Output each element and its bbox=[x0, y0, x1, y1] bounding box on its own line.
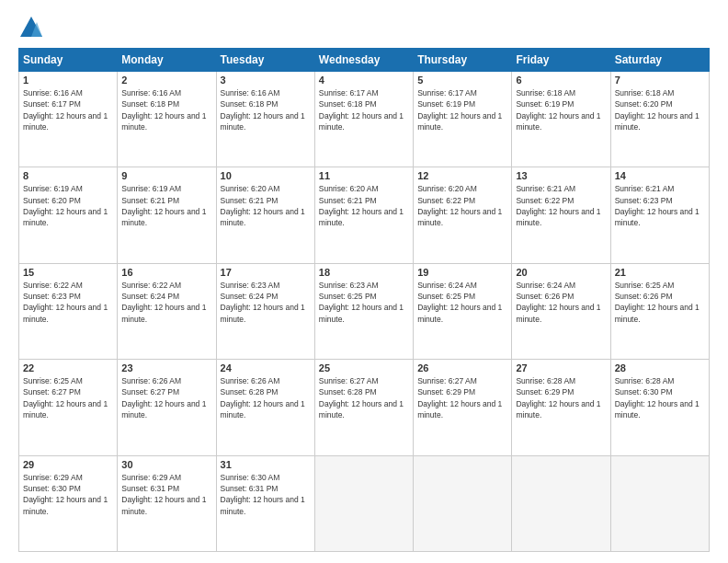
header bbox=[18, 15, 710, 40]
calendar-cell: 28 Sunrise: 6:28 AMSunset: 6:30 PMDaylig… bbox=[610, 360, 709, 455]
calendar-cell: 5 Sunrise: 6:17 AMSunset: 6:19 PMDayligh… bbox=[414, 72, 512, 167]
day-info: Sunrise: 6:16 AMSunset: 6:18 PMDaylight:… bbox=[221, 87, 311, 132]
calendar-cell: 23 Sunrise: 6:26 AMSunset: 6:27 PMDaylig… bbox=[118, 360, 216, 455]
day-number: 11 bbox=[319, 170, 409, 181]
day-info: Sunrise: 6:19 AMSunset: 6:21 PMDaylight:… bbox=[121, 183, 211, 228]
calendar-cell: 10 Sunrise: 6:20 AMSunset: 6:21 PMDaylig… bbox=[216, 167, 314, 263]
page: SundayMondayTuesdayWednesdayThursdayFrid… bbox=[0, 0, 728, 563]
day-of-week-header: Saturday bbox=[610, 49, 709, 72]
day-number: 1 bbox=[23, 75, 113, 86]
day-info: Sunrise: 6:18 AMSunset: 6:19 PMDaylight:… bbox=[516, 87, 606, 132]
calendar-cell bbox=[610, 455, 709, 551]
calendar-cell: 21 Sunrise: 6:25 AMSunset: 6:26 PMDaylig… bbox=[610, 263, 709, 359]
day-of-week-header: Friday bbox=[512, 49, 610, 72]
day-info: Sunrise: 6:20 AMSunset: 6:21 PMDaylight:… bbox=[319, 183, 409, 228]
calendar-cell: 3 Sunrise: 6:16 AMSunset: 6:18 PMDayligh… bbox=[216, 72, 314, 167]
day-number: 21 bbox=[615, 267, 705, 278]
day-number: 13 bbox=[516, 170, 606, 181]
day-number: 4 bbox=[319, 75, 409, 86]
calendar-cell: 15 Sunrise: 6:22 AMSunset: 6:23 PMDaylig… bbox=[19, 263, 118, 359]
day-info: Sunrise: 6:20 AMSunset: 6:22 PMDaylight:… bbox=[417, 183, 507, 228]
day-number: 23 bbox=[121, 362, 211, 373]
day-number: 16 bbox=[121, 267, 211, 278]
calendar-cell: 2 Sunrise: 6:16 AMSunset: 6:18 PMDayligh… bbox=[118, 72, 216, 167]
day-info: Sunrise: 6:21 AMSunset: 6:23 PMDaylight:… bbox=[615, 183, 705, 228]
day-number: 12 bbox=[417, 170, 507, 181]
day-info: Sunrise: 6:22 AMSunset: 6:23 PMDaylight:… bbox=[23, 280, 113, 325]
day-info: Sunrise: 6:25 AMSunset: 6:26 PMDaylight:… bbox=[615, 280, 705, 325]
day-number: 14 bbox=[615, 170, 705, 181]
calendar-cell: 6 Sunrise: 6:18 AMSunset: 6:19 PMDayligh… bbox=[512, 72, 610, 167]
day-of-week-header: Tuesday bbox=[216, 49, 314, 72]
day-of-week-header: Monday bbox=[118, 49, 216, 72]
day-number: 29 bbox=[23, 459, 113, 470]
logo bbox=[18, 15, 50, 40]
day-of-week-header: Wednesday bbox=[314, 49, 413, 72]
calendar-cell: 25 Sunrise: 6:27 AMSunset: 6:28 PMDaylig… bbox=[314, 360, 413, 455]
day-number: 22 bbox=[23, 362, 113, 373]
day-number: 19 bbox=[417, 267, 507, 278]
day-info: Sunrise: 6:23 AMSunset: 6:25 PMDaylight:… bbox=[319, 280, 409, 325]
calendar-cell bbox=[512, 455, 610, 551]
day-number: 9 bbox=[121, 170, 211, 181]
calendar-cell: 14 Sunrise: 6:21 AMSunset: 6:23 PMDaylig… bbox=[610, 167, 709, 263]
day-info: Sunrise: 6:28 AMSunset: 6:29 PMDaylight:… bbox=[516, 375, 606, 420]
day-number: 18 bbox=[319, 267, 409, 278]
calendar-cell: 31 Sunrise: 6:30 AMSunset: 6:31 PMDaylig… bbox=[216, 455, 314, 551]
day-number: 7 bbox=[615, 75, 705, 86]
day-number: 2 bbox=[121, 75, 211, 86]
calendar-cell: 17 Sunrise: 6:23 AMSunset: 6:24 PMDaylig… bbox=[216, 263, 314, 359]
calendar-cell bbox=[314, 455, 413, 551]
calendar-cell: 12 Sunrise: 6:20 AMSunset: 6:22 PMDaylig… bbox=[414, 167, 512, 263]
day-number: 15 bbox=[23, 267, 113, 278]
calendar-cell: 7 Sunrise: 6:18 AMSunset: 6:20 PMDayligh… bbox=[610, 72, 709, 167]
calendar-cell: 26 Sunrise: 6:27 AMSunset: 6:29 PMDaylig… bbox=[414, 360, 512, 455]
calendar-cell: 30 Sunrise: 6:29 AMSunset: 6:31 PMDaylig… bbox=[118, 455, 216, 551]
day-info: Sunrise: 6:27 AMSunset: 6:29 PMDaylight:… bbox=[417, 375, 507, 420]
logo-icon bbox=[18, 15, 44, 40]
calendar-cell: 8 Sunrise: 6:19 AMSunset: 6:20 PMDayligh… bbox=[19, 167, 118, 263]
calendar-cell: 20 Sunrise: 6:24 AMSunset: 6:26 PMDaylig… bbox=[512, 263, 610, 359]
day-number: 24 bbox=[221, 362, 311, 373]
calendar-cell: 29 Sunrise: 6:29 AMSunset: 6:30 PMDaylig… bbox=[19, 455, 118, 551]
day-info: Sunrise: 6:29 AMSunset: 6:31 PMDaylight:… bbox=[121, 472, 211, 517]
calendar-cell: 13 Sunrise: 6:21 AMSunset: 6:22 PMDaylig… bbox=[512, 167, 610, 263]
calendar-cell: 18 Sunrise: 6:23 AMSunset: 6:25 PMDaylig… bbox=[314, 263, 413, 359]
day-info: Sunrise: 6:18 AMSunset: 6:20 PMDaylight:… bbox=[615, 87, 705, 132]
calendar-cell: 27 Sunrise: 6:28 AMSunset: 6:29 PMDaylig… bbox=[512, 360, 610, 455]
day-number: 27 bbox=[516, 362, 606, 373]
day-number: 30 bbox=[121, 459, 211, 470]
calendar-cell: 4 Sunrise: 6:17 AMSunset: 6:18 PMDayligh… bbox=[314, 72, 413, 167]
day-info: Sunrise: 6:24 AMSunset: 6:25 PMDaylight:… bbox=[417, 280, 507, 325]
day-info: Sunrise: 6:26 AMSunset: 6:28 PMDaylight:… bbox=[221, 375, 311, 420]
calendar-cell: 16 Sunrise: 6:22 AMSunset: 6:24 PMDaylig… bbox=[118, 263, 216, 359]
day-number: 28 bbox=[615, 362, 705, 373]
day-info: Sunrise: 6:30 AMSunset: 6:31 PMDaylight:… bbox=[221, 472, 311, 517]
day-number: 10 bbox=[221, 170, 311, 181]
day-number: 31 bbox=[221, 459, 311, 470]
day-number: 25 bbox=[319, 362, 409, 373]
day-info: Sunrise: 6:19 AMSunset: 6:20 PMDaylight:… bbox=[23, 183, 113, 228]
day-number: 17 bbox=[221, 267, 311, 278]
calendar-table: SundayMondayTuesdayWednesdayThursdayFrid… bbox=[18, 48, 710, 552]
calendar-cell: 1 Sunrise: 6:16 AMSunset: 6:17 PMDayligh… bbox=[19, 72, 118, 167]
day-number: 20 bbox=[516, 267, 606, 278]
day-info: Sunrise: 6:21 AMSunset: 6:22 PMDaylight:… bbox=[516, 183, 606, 228]
day-number: 3 bbox=[221, 75, 311, 86]
day-info: Sunrise: 6:26 AMSunset: 6:27 PMDaylight:… bbox=[121, 375, 211, 420]
day-number: 6 bbox=[516, 75, 606, 86]
day-info: Sunrise: 6:25 AMSunset: 6:27 PMDaylight:… bbox=[23, 375, 113, 420]
day-of-week-header: Thursday bbox=[414, 49, 512, 72]
day-number: 5 bbox=[417, 75, 507, 86]
day-info: Sunrise: 6:20 AMSunset: 6:21 PMDaylight:… bbox=[221, 183, 311, 228]
calendar-cell: 22 Sunrise: 6:25 AMSunset: 6:27 PMDaylig… bbox=[19, 360, 118, 455]
calendar-cell: 24 Sunrise: 6:26 AMSunset: 6:28 PMDaylig… bbox=[216, 360, 314, 455]
day-number: 26 bbox=[417, 362, 507, 373]
day-info: Sunrise: 6:16 AMSunset: 6:17 PMDaylight:… bbox=[23, 87, 113, 132]
calendar-cell bbox=[414, 455, 512, 551]
day-info: Sunrise: 6:29 AMSunset: 6:30 PMDaylight:… bbox=[23, 472, 113, 517]
calendar-cell: 9 Sunrise: 6:19 AMSunset: 6:21 PMDayligh… bbox=[118, 167, 216, 263]
day-of-week-header: Sunday bbox=[19, 49, 118, 72]
day-info: Sunrise: 6:23 AMSunset: 6:24 PMDaylight:… bbox=[221, 280, 311, 325]
calendar-cell: 11 Sunrise: 6:20 AMSunset: 6:21 PMDaylig… bbox=[314, 167, 413, 263]
